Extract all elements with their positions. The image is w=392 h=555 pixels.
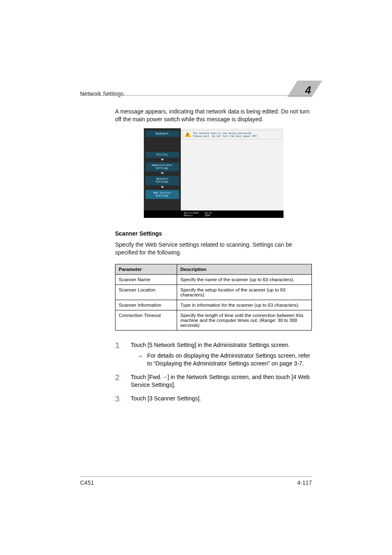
status-memory-label: Memory — [184, 214, 199, 217]
section-intro: Specify the Web Service settings related… — [115, 241, 312, 257]
chevron-down-icon — [161, 159, 164, 161]
intro-paragraph: A message appears, indicating that netwo… — [115, 108, 312, 123]
step-2: 2 Touch [Fwd.→] in the Network Settings … — [115, 373, 312, 389]
alert-line1: The network data is now being processed. — [193, 132, 253, 134]
step-text: Touch [5 Network Setting] in the Adminis… — [131, 342, 290, 348]
warning-icon: ! — [185, 132, 191, 136]
cell-desc: Specify the name of the scanner (up to 6… — [177, 274, 312, 284]
header-rule — [80, 95, 312, 96]
table-row: Scanner Name Specify the name of the sca… — [115, 274, 312, 284]
status-memory-value: 100% — [205, 214, 212, 217]
step-text: Touch [Fwd.→] in the Network Settings sc… — [131, 373, 312, 389]
chevron-down-icon — [161, 172, 164, 174]
cell-param: Scanner Information — [115, 300, 177, 310]
footer-model: C451 — [80, 479, 94, 486]
step-number: 1 — [115, 341, 131, 368]
th-description: Description — [177, 264, 312, 274]
sidebar-item-utility[interactable]: Utility — [145, 152, 179, 158]
running-title: Network Settings — [80, 90, 124, 97]
step-text: Touch [3 Scanner Settings]. — [131, 395, 312, 403]
dash-bullet: – — [139, 352, 147, 368]
alert-line2: Please wait. Do not turn the main power … — [193, 134, 258, 137]
sidebar-item-web-service-settings[interactable]: Web Service Settings — [145, 190, 179, 199]
cell-param: Scanner Name — [115, 274, 177, 284]
step-subtext: For details on displaying the Administra… — [147, 352, 312, 368]
cell-param: Connection Timeout — [115, 310, 177, 330]
step-number: 3 — [115, 395, 131, 403]
sidebar-bookmark[interactable]: Bookmark — [145, 131, 179, 137]
table-row: Scanner Information Type in information … — [115, 300, 312, 310]
device-status-bar: 04/17/2007 Memory 18:35 100% — [144, 210, 284, 218]
chevron-down-icon — [161, 186, 164, 188]
step-number: 2 — [115, 373, 131, 389]
step-3: 3 Touch [3 Scanner Settings]. — [115, 395, 312, 403]
footer-page: 4-117 — [297, 479, 312, 486]
device-sidebar: Bookmark Utility Administrator Settings … — [144, 128, 181, 210]
cell-param: Scanner Location — [115, 284, 177, 300]
step-1: 1 Touch [5 Network Setting] in the Admin… — [115, 341, 312, 368]
section-heading: Scanner Settings — [115, 230, 312, 237]
device-screenshot: Bookmark Utility Administrator Settings … — [115, 128, 312, 218]
cell-desc: Specify the length of time until the con… — [177, 310, 312, 330]
table-row: Scanner Location Specify the setup locat… — [115, 284, 312, 300]
chapter-number: 4 — [305, 84, 311, 97]
alert-banner: ! The network data is now being processe… — [182, 130, 282, 139]
parameters-table: Parameter Description Scanner Name Speci… — [115, 264, 312, 331]
table-header-row: Parameter Description — [115, 264, 312, 274]
sidebar-item-network-settings[interactable]: Network Settings — [145, 176, 179, 185]
th-parameter: Parameter — [115, 264, 177, 274]
sidebar-item-admin-settings[interactable]: Administrator Settings — [145, 162, 179, 171]
chapter-tab-bg — [287, 81, 322, 97]
table-row: Connection Timeout Specify the length of… — [115, 310, 312, 330]
cell-desc: Type in information for the scanner (up … — [177, 300, 312, 310]
step-list: 1 Touch [5 Network Setting] in the Admin… — [115, 341, 312, 403]
cell-desc: Specify the setup location of the scanne… — [177, 284, 312, 300]
